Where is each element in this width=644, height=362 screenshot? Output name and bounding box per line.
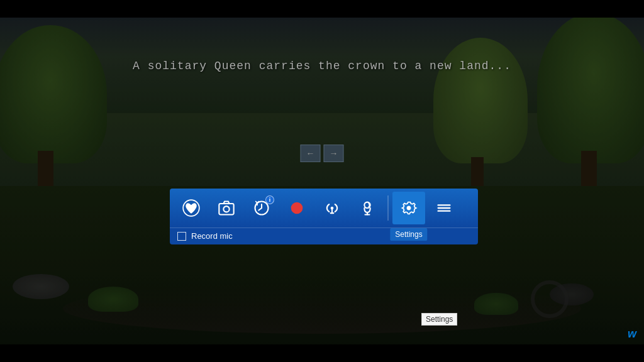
screenshot-button[interactable] [210,192,243,224]
game-background [0,0,644,362]
record-last-button[interactable]: i [245,192,278,224]
subtitle-text: A solitary Queen carries the crown to a … [0,60,644,72]
record-mic-label: Record mic [191,231,233,241]
svg-rect-1 [219,204,233,215]
record-mic-checkbox[interactable] [177,232,186,241]
record-button[interactable] [280,192,313,224]
xbox-button[interactable] [175,192,208,224]
camera-icon [218,199,235,217]
record-icon [288,199,306,217]
gamebar-overlay: i [170,189,478,244]
xbox-icon [182,199,200,217]
gamebar-bottom: Record mic [170,228,478,244]
arrow-right: → [324,145,344,162]
gamebar-bar: i [170,189,478,228]
svg-point-2 [223,206,229,212]
audio-icon [358,199,376,217]
windows-watermark: w [628,327,636,341]
broadcast-icon [323,199,341,217]
cursor-tooltip: Settings [421,313,457,326]
settings-tooltip: Settings [390,228,427,241]
more-icon [435,199,453,217]
settings-button[interactable]: Settings [392,192,425,224]
audio-button[interactable] [351,192,384,224]
settings-icon [400,199,418,217]
info-dot: i [265,195,274,204]
arrow-left: ← [301,145,321,162]
separator [387,195,389,221]
game-arrows: ← → [301,145,344,162]
svg-point-4 [291,202,303,214]
letterbox-bottom [0,344,644,362]
dark-overlay [0,0,644,362]
letterbox-top [0,0,644,18]
more-button[interactable] [428,192,460,224]
broadcast-button[interactable] [316,192,348,224]
